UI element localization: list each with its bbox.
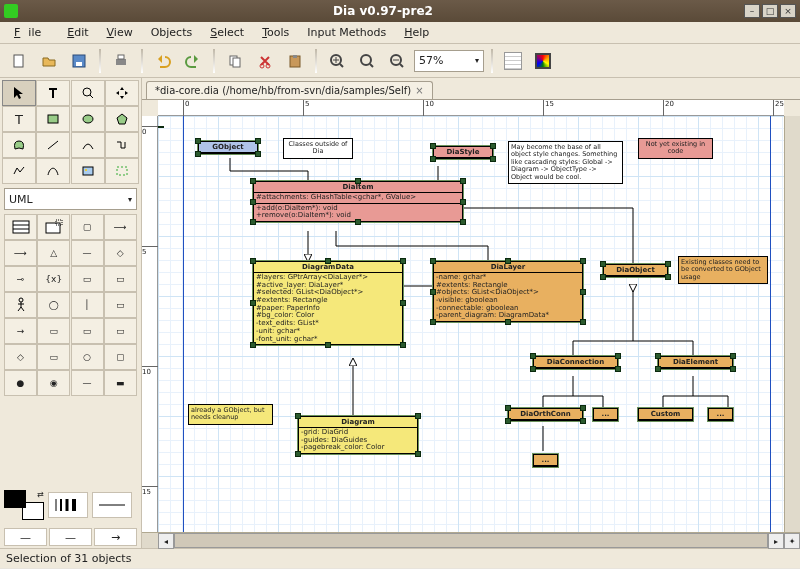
uml-class-diaorthconn[interactable]: DiaOrthConn <box>508 408 583 421</box>
uml-lifeline[interactable]: │ <box>71 292 104 318</box>
note-existing[interactable]: Existing classes need to be converted to… <box>678 256 768 284</box>
uml-class-dialayer[interactable]: DiaLayer -name: gchar* #extents: Rectang… <box>433 261 583 322</box>
menu-tools[interactable]: Tools <box>254 24 297 41</box>
uml-dependency[interactable]: ⟶ <box>104 214 137 240</box>
uml-usecase[interactable]: ◯ <box>37 292 70 318</box>
uml-note[interactable]: ▢ <box>71 214 104 240</box>
menu-view[interactable]: View <box>99 24 141 41</box>
color-picker-button[interactable] <box>530 48 556 74</box>
beziergon-tool[interactable] <box>2 132 36 158</box>
redo-button[interactable] <box>180 48 206 74</box>
menu-input[interactable]: Input Methods <box>299 24 394 41</box>
scroll-left-button[interactable]: ◂ <box>158 533 174 549</box>
uml-class-diagramdata[interactable]: DiagramData #layers: GPtrArray<DiaLayer*… <box>253 261 403 345</box>
arrow-end[interactable]: → <box>94 528 137 546</box>
line-style-selector[interactable] <box>92 492 132 518</box>
uml-actor[interactable] <box>4 292 37 318</box>
arc-tool[interactable] <box>71 132 105 158</box>
pointer-tool[interactable] <box>2 80 36 106</box>
line-tool[interactable] <box>36 132 70 158</box>
menu-help[interactable]: Help <box>396 24 437 41</box>
scrollbar-horizontal[interactable]: ◂ ▸ ✦ <box>142 532 800 548</box>
menu-objects[interactable]: Objects <box>143 24 201 41</box>
menu-file[interactable]: File <box>6 24 57 41</box>
open-button[interactable] <box>36 48 62 74</box>
diagram-canvas[interactable]: GObject Classes outside of Dia DiaItem #… <box>158 116 784 532</box>
uml-shape25[interactable]: ● <box>4 370 37 396</box>
bezier-tool[interactable] <box>36 158 70 184</box>
uml-state[interactable]: ▢ <box>104 344 137 370</box>
note-not-yet[interactable]: Not yet existing in code <box>638 138 713 159</box>
uml-class-dots3[interactable]: ... <box>533 454 558 467</box>
scroll-tool[interactable] <box>105 80 139 106</box>
text-edit-tool[interactable]: T <box>2 106 36 132</box>
cut-button[interactable] <box>252 48 278 74</box>
uml-class-diastyle[interactable]: DiaStyle <box>433 146 493 159</box>
uml-implements[interactable]: ⊸ <box>4 266 37 292</box>
shapeset-combo[interactable]: UML▾ <box>4 188 137 210</box>
zoom-fit-button[interactable] <box>354 48 380 74</box>
zoom-in-button[interactable] <box>324 48 350 74</box>
uml-largepkg[interactable]: ▭ <box>104 266 137 292</box>
uml-class-dots2[interactable]: ... <box>708 408 733 421</box>
uml-shape22[interactable]: ▭ <box>37 344 70 370</box>
uml-assoc[interactable]: — <box>71 240 104 266</box>
arrow-start[interactable]: — <box>4 528 47 546</box>
uml-fork[interactable]: ▬ <box>104 370 137 396</box>
zigzag-tool[interactable] <box>105 132 139 158</box>
note-classes-outside[interactable]: Classes outside of Dia <box>283 138 353 159</box>
color-swatch[interactable]: ⇄ <box>4 490 44 520</box>
image-tool[interactable] <box>71 158 105 184</box>
close-button[interactable]: × <box>780 4 796 18</box>
box-tool[interactable] <box>36 106 70 132</box>
scrollbar-vertical[interactable] <box>784 116 800 532</box>
polygon-tool[interactable] <box>105 106 139 132</box>
uml-class-diaelement[interactable]: DiaElement <box>658 356 733 369</box>
uml-class-dots1[interactable]: ... <box>593 408 618 421</box>
new-button[interactable] <box>6 48 32 74</box>
uml-shape21[interactable]: ◇ <box>4 344 37 370</box>
menu-select[interactable]: Select <box>202 24 252 41</box>
minimize-button[interactable]: – <box>744 4 760 18</box>
print-button[interactable] <box>108 48 134 74</box>
uml-class-custom[interactable]: Custom <box>638 408 693 421</box>
zoom-out-button[interactable] <box>384 48 410 74</box>
uml-template[interactable] <box>37 214 70 240</box>
zoom-tool[interactable] <box>71 80 105 106</box>
polyline-tool[interactable] <box>2 158 36 184</box>
line-width-selector[interactable] <box>48 492 88 518</box>
uml-class-diagram[interactable]: Diagram -grid: DiaGrid -guides: DiaGuide… <box>298 416 418 454</box>
uml-shape23[interactable]: ○ <box>71 344 104 370</box>
menu-edit[interactable]: Edit <box>59 24 96 41</box>
line-middle[interactable]: — <box>49 528 92 546</box>
uml-constraint[interactable]: {x} <box>37 266 70 292</box>
uml-component[interactable]: ▭ <box>37 318 70 344</box>
uml-class-diaconnection[interactable]: DiaConnection <box>533 356 618 369</box>
uml-object[interactable]: ▭ <box>104 292 137 318</box>
uml-shape26[interactable]: ◉ <box>37 370 70 396</box>
note-style[interactable]: May become the base of all object style … <box>508 141 623 184</box>
scroll-right-button[interactable]: ▸ <box>768 533 784 549</box>
paste-button[interactable] <box>282 48 308 74</box>
uml-realize[interactable]: ⟶ <box>4 240 37 266</box>
document-tab[interactable]: *dia-core.dia (/home/hb/from-svn/dia/sam… <box>146 81 433 99</box>
outline-tool[interactable] <box>105 158 139 184</box>
uml-shape19[interactable]: ▭ <box>71 318 104 344</box>
text-tool[interactable] <box>36 80 70 106</box>
uml-aggreg[interactable]: ◇ <box>104 240 137 266</box>
snap-grid-button[interactable] <box>500 48 526 74</box>
maximize-button[interactable]: □ <box>762 4 778 18</box>
swap-colors-icon[interactable]: ⇄ <box>37 490 44 499</box>
uml-smallpkg[interactable]: ▭ <box>71 266 104 292</box>
tab-close-icon[interactable]: × <box>415 85 423 96</box>
save-button[interactable] <box>66 48 92 74</box>
ellipse-tool[interactable] <box>71 106 105 132</box>
uml-shape27[interactable]: — <box>71 370 104 396</box>
uml-node[interactable]: ▭ <box>104 318 137 344</box>
uml-class[interactable] <box>4 214 37 240</box>
uml-class-diaitem[interactable]: DiaItem #attachments: GHashTable<gchar*,… <box>253 181 463 222</box>
undo-button[interactable] <box>150 48 176 74</box>
uml-generalize[interactable]: △ <box>37 240 70 266</box>
nav-button[interactable]: ✦ <box>784 533 800 549</box>
uml-message[interactable]: → <box>4 318 37 344</box>
